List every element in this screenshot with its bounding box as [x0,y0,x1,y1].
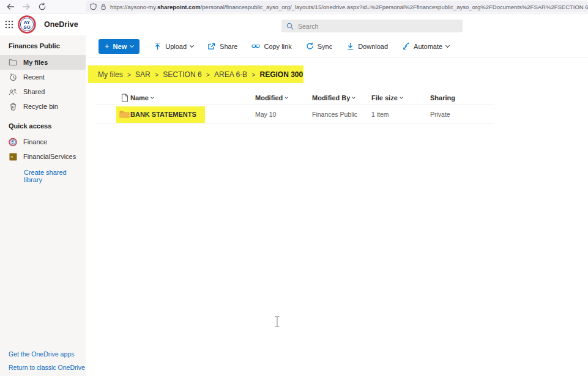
file-sharing-status: Private [430,111,450,118]
plus-icon: + [105,42,110,50]
folder-icon [9,59,17,66]
download-icon [346,42,354,50]
search-box[interactable] [281,20,463,32]
breadcrumb-region-300: REGION 300 [260,70,303,79]
sidebar-item-label: Finance [23,138,47,146]
new-button-label: New [113,43,127,50]
brand-title: OneDrive [44,20,78,29]
file-modified: May 10 [255,111,276,118]
column-header-file-size[interactable]: File size [371,94,403,101]
sort-chevron-icon [352,95,356,99]
file-list: Name Modified Modified By File size Shar… [97,90,494,124]
upload-button[interactable]: Upload [154,42,193,50]
chevron-down-icon [130,43,134,47]
search-icon [286,23,294,30]
copy-link-label: Copy link [264,43,291,50]
upload-label: Upload [165,43,187,50]
sidebar-site-title: Finances Public [0,35,86,55]
get-onedrive-apps-link[interactable]: Get the OneDrive apps [9,350,85,358]
column-header-sharing[interactable]: Sharing [430,94,455,101]
sidebar-item-label: Recent [23,73,45,81]
text-cursor [274,315,280,328]
browser-chrome: https://aysono-my.sharepoint.com/persona… [0,0,588,13]
breadcrumb-separator: > [251,71,255,78]
copy-link-button[interactable]: Copy link [251,42,291,50]
sidebar-item-recent[interactable]: Recent [0,70,86,84]
sidebar-item-financialservices[interactable]: FinancialServices [0,149,86,164]
return-classic-onedrive-link[interactable]: Return to classic OneDrive [9,364,85,371]
sidebar: Finances Public My files Recent Shared R… [0,35,86,376]
share-icon [207,42,216,50]
command-bar: + New Upload Share Copy link [86,35,588,57]
main-content: + New Upload Share Copy link [86,35,588,376]
file-list-header: Name Modified Modified By File size Shar… [97,90,494,105]
column-header-name[interactable]: Name [130,94,154,101]
file-modified-by: Finances Public [312,111,357,118]
browser-forward-button[interactable] [22,2,31,11]
sidebar-item-recycle-bin[interactable]: Recycle bin [0,99,86,114]
sidebar-item-label: My files [23,59,48,66]
upload-icon [154,42,162,50]
search-input[interactable] [298,23,458,30]
breadcrumb-section-6[interactable]: SECTION 6 [163,70,201,79]
browser-refresh-button[interactable] [38,2,47,11]
sidebar-item-label: Recycle bin [23,103,58,110]
link-icon [251,42,260,50]
document-type-icon [121,94,128,102]
sidebar-footer: Get the OneDrive apps Return to classic … [9,344,85,371]
table-row-bank-statements[interactable]: BANK STATEMENTS May 10 Finances Public 1… [97,105,494,124]
url-text: https://aysono-my.sharepoint.com/persona… [110,4,588,10]
sidebar-item-shared[interactable]: Shared [0,84,86,99]
breadcrumb-separator: > [206,71,210,78]
file-name[interactable]: BANK STATEMENTS [130,111,196,118]
sort-chevron-icon [285,95,288,99]
lock-icon[interactable] [100,3,106,10]
breadcrumb-separator: > [155,71,158,78]
sync-label: Sync [318,43,332,50]
sidebar-item-my-files[interactable]: My files [0,55,86,70]
svg-text:SO: SO [23,24,31,30]
new-button[interactable]: + New [99,39,140,54]
breadcrumb: My files > SAR > SECTION 6 > AREA 6-B > … [88,65,303,83]
sync-icon [306,42,314,50]
svg-text:SO: SO [11,141,15,144]
breadcrumb-area-6-b[interactable]: AREA 6-B [214,70,247,79]
chevron-down-icon [445,43,450,47]
ayso-logo-icon: AY SO [18,15,36,34]
sidebar-item-label: FinancialServices [23,153,76,160]
automate-label: Automate [414,43,442,50]
breadcrumb-sar[interactable]: SAR [135,70,151,79]
create-shared-library-link[interactable]: Create shared library [0,164,86,183]
folder-icon [119,110,130,119]
download-button[interactable]: Download [346,42,388,50]
share-button[interactable]: Share [207,42,237,50]
sort-chevron-icon [151,95,154,99]
chevron-down-icon [190,43,194,47]
share-label: Share [220,43,237,50]
sidebar-item-finance[interactable]: AYSO Finance [0,135,86,149]
ayso-logo-icon: AYSO [9,138,17,147]
recycle-bin-icon [9,103,17,111]
file-size: 1 item [371,111,389,118]
automate-button[interactable]: Automate [402,42,449,50]
sync-button[interactable]: Sync [306,42,332,50]
automate-icon [402,42,410,50]
quick-access-heading: Quick access [0,114,86,135]
breadcrumb-separator: > [127,71,131,78]
breadcrumb-my-files[interactable]: My files [98,70,123,79]
browser-address-bar[interactable]: https://aysono-my.sharepoint.com/persona… [86,1,588,12]
sort-chevron-icon [400,95,403,99]
download-label: Download [358,43,388,50]
library-tile-icon [9,153,17,161]
column-header-modified-by[interactable]: Modified By [312,94,355,101]
sidebar-item-label: Shared [23,88,45,95]
people-icon [9,88,17,96]
tracking-shield-icon[interactable] [90,3,97,10]
browser-back-button[interactable] [6,2,15,11]
column-header-modified[interactable]: Modified [255,94,288,101]
app-launcher-icon[interactable] [5,20,13,29]
onedrive-header: AY SO OneDrive [0,13,588,35]
clock-icon [9,73,17,81]
